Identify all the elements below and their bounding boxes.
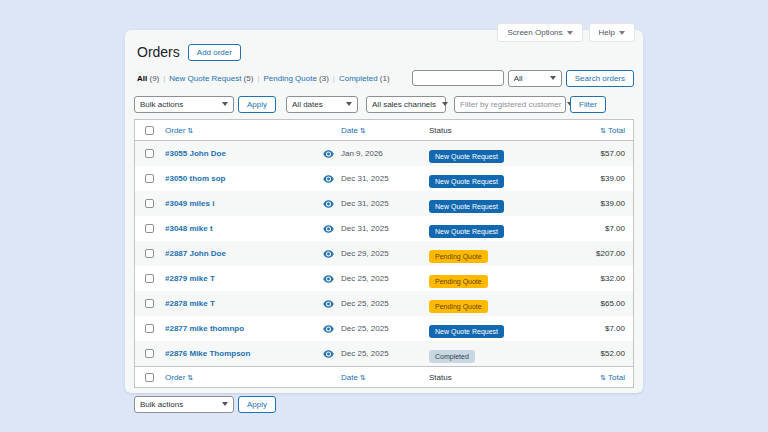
view-separator: |	[163, 74, 165, 83]
orders-table: Order⇅ Date⇅ Status ⇅Total #3055 John Do…	[134, 119, 634, 388]
select-all-checkbox[interactable]	[145, 373, 154, 382]
customer-filter-select[interactable]: Filter by registered customer	[454, 96, 566, 113]
row-checkbox[interactable]	[145, 174, 154, 183]
row-checkbox[interactable]	[145, 299, 154, 308]
preview-eye-icon[interactable]	[315, 250, 341, 258]
screen-options-button[interactable]: Screen Options	[497, 23, 582, 42]
order-link[interactable]: #3050 thom sop	[165, 174, 315, 183]
order-column-sort[interactable]: Order⇅	[165, 373, 315, 382]
sort-icon: ⇅	[600, 127, 606, 134]
order-link[interactable]: #3049 miles i	[165, 199, 315, 208]
view-completed[interactable]: Completed (1)	[339, 74, 390, 83]
row-checkbox[interactable]	[145, 149, 154, 158]
filter-button[interactable]: Filter	[570, 96, 606, 113]
order-date: Dec 25, 2025	[341, 274, 429, 283]
status-badge: New Quote Request	[429, 175, 504, 188]
search-status-select[interactable]: All	[508, 70, 562, 87]
preview-eye-icon[interactable]	[315, 325, 341, 333]
status-badge: New Quote Request	[429, 225, 504, 238]
total-column-sort[interactable]: ⇅Total	[600, 373, 633, 382]
sort-icon: ⇅	[600, 374, 606, 381]
help-button[interactable]: Help	[589, 23, 635, 42]
status-badge: Completed	[429, 350, 475, 363]
chevron-down-icon	[442, 102, 448, 106]
status-badge: Pending Quote	[429, 250, 488, 263]
chevron-down-icon	[567, 31, 573, 35]
table-row: #3050 thom sop Dec 31, 2025 New Quote Re…	[135, 166, 633, 191]
row-checkbox[interactable]	[145, 324, 154, 333]
chevron-down-icon	[346, 102, 352, 106]
row-checkbox[interactable]	[145, 199, 154, 208]
order-total: $32.00	[601, 274, 633, 283]
chevron-down-icon	[222, 402, 228, 406]
preview-eye-icon[interactable]	[315, 225, 341, 233]
order-total: $39.00	[601, 199, 633, 208]
order-link[interactable]: #2879 mike T	[165, 274, 315, 283]
order-column-sort[interactable]: Order⇅	[165, 126, 315, 135]
status-views: All (9) | New Quote Request (5) | Pendin…	[137, 74, 390, 83]
row-checkbox[interactable]	[145, 349, 154, 358]
order-date: Dec 31, 2025	[341, 199, 429, 208]
preview-eye-icon[interactable]	[315, 150, 341, 158]
preview-eye-icon[interactable]	[315, 350, 341, 358]
order-total: $7.00	[605, 224, 633, 233]
date-column-sort[interactable]: Date⇅	[341, 373, 429, 382]
view-separator: |	[257, 74, 259, 83]
screen-options-label: Screen Options	[507, 28, 562, 37]
table-row: #2878 mike T Dec 25, 2025 Pending Quote …	[135, 291, 633, 316]
date-filter-select[interactable]: All dates	[286, 96, 358, 113]
order-link[interactable]: #2878 mike T	[165, 299, 315, 308]
sales-channel-select[interactable]: All sales channels	[366, 96, 446, 113]
help-label: Help	[599, 28, 615, 37]
bulk-actions-select[interactable]: Bulk actions	[134, 96, 234, 113]
sort-icon: ⇅	[360, 374, 366, 381]
status-badge: Pending Quote	[429, 275, 488, 288]
order-link[interactable]: #2887 John Doe	[165, 249, 315, 258]
view-new-quote-request[interactable]: New Quote Request (5)	[169, 74, 253, 83]
chevron-down-icon	[222, 102, 228, 106]
order-link[interactable]: #2877 mike thomnpo	[165, 324, 315, 333]
row-checkbox[interactable]	[145, 249, 154, 258]
preview-eye-icon[interactable]	[315, 175, 341, 183]
status-badge: New Quote Request	[429, 200, 504, 213]
order-link[interactable]: #3048 mike t	[165, 224, 315, 233]
apply-button[interactable]: Apply	[238, 96, 276, 113]
total-column-sort[interactable]: ⇅Total	[600, 126, 633, 135]
search-orders-button[interactable]: Search orders	[566, 70, 634, 87]
order-date: Dec 25, 2025	[341, 349, 429, 358]
status-badge: New Quote Request	[429, 150, 504, 163]
bulk-actions-select-bottom[interactable]: Bulk actions	[134, 396, 234, 413]
order-link[interactable]: #2876 Mike Thompson	[165, 349, 315, 358]
sort-icon: ⇅	[360, 127, 366, 134]
orders-table-body: #3055 John Doe Jan 9, 2026 New Quote Req…	[135, 141, 633, 366]
status-badge: Pending Quote	[429, 300, 488, 313]
order-total: $7.00	[605, 324, 633, 333]
table-row: #3048 mike t Dec 31, 2025 New Quote Requ…	[135, 216, 633, 241]
order-link[interactable]: #3055 John Doe	[165, 149, 315, 158]
apply-button-bottom[interactable]: Apply	[238, 396, 276, 413]
table-row: #2876 Mike Thompson Dec 25, 2025 Complet…	[135, 341, 633, 366]
row-checkbox[interactable]	[145, 224, 154, 233]
order-date: Jan 9, 2026	[341, 149, 429, 158]
sort-icon: ⇅	[187, 374, 193, 381]
search-input[interactable]	[412, 70, 504, 86]
order-total: $39.00	[601, 174, 633, 183]
view-all[interactable]: All (9)	[137, 74, 159, 83]
select-all-checkbox[interactable]	[145, 126, 154, 135]
view-pending-quote[interactable]: Pending Quote (3)	[263, 74, 328, 83]
page-title: Orders	[137, 44, 180, 60]
order-total: $65.00	[601, 299, 633, 308]
add-order-button[interactable]: Add order	[188, 44, 241, 61]
row-checkbox[interactable]	[145, 274, 154, 283]
table-header-row: Order⇅ Date⇅ Status ⇅Total	[135, 120, 633, 141]
preview-eye-icon[interactable]	[315, 300, 341, 308]
date-column-sort[interactable]: Date⇅	[341, 126, 429, 135]
chevron-down-icon	[619, 31, 625, 35]
order-date: Dec 31, 2025	[341, 224, 429, 233]
order-total: $52.00	[601, 349, 633, 358]
preview-eye-icon[interactable]	[315, 275, 341, 283]
table-footer-row: Order⇅ Date⇅ Status ⇅Total	[135, 366, 633, 387]
view-separator: |	[333, 74, 335, 83]
table-row: #2877 mike thomnpo Dec 25, 2025 New Quot…	[135, 316, 633, 341]
preview-eye-icon[interactable]	[315, 200, 341, 208]
